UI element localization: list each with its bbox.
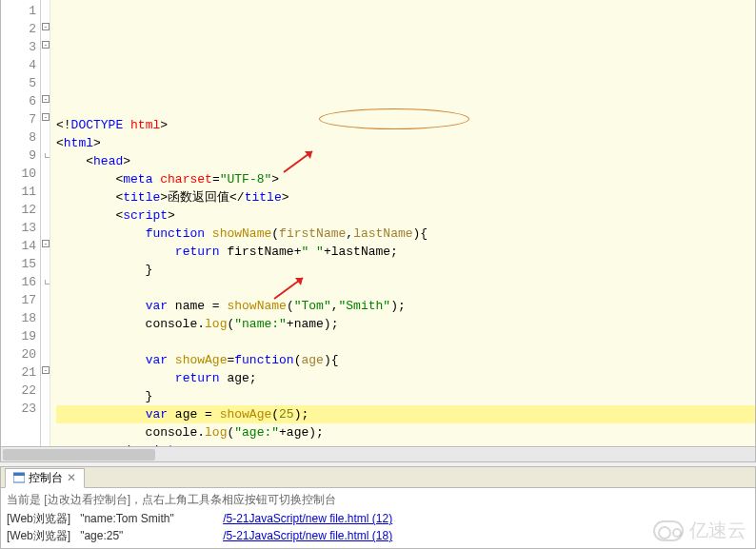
line-number: 11 [9, 183, 36, 201]
line-number: 2 [9, 20, 36, 38]
code-line[interactable] [56, 279, 755, 297]
code-line[interactable]: var age = showAge(25); [56, 405, 755, 423]
line-number: 18 [9, 309, 36, 327]
console-tabbar: 控制台 ✕ [1, 467, 755, 488]
console-icon [13, 472, 25, 483]
line-number: 20 [9, 345, 36, 363]
code-area[interactable]: <!DOCTYPE html><html> <head> <meta chars… [50, 0, 755, 446]
console-hint: 当前是 [边改边看控制台]，点右上角工具条相应按钮可切换控制台 [7, 492, 749, 508]
code-line[interactable]: </script> [56, 441, 755, 446]
console-row: [Web浏览器]"name:Tom Smith"/5-21JavaScript/… [7, 510, 749, 527]
line-number: 10 [9, 165, 36, 183]
line-number: 13 [9, 219, 36, 237]
console-source: [Web浏览器] [7, 528, 70, 544]
line-number: 22 [9, 382, 36, 400]
code-line[interactable]: console.log("age:"+age); [56, 423, 755, 441]
horizontal-scrollbar[interactable] [0, 447, 756, 462]
line-number: 9 [9, 147, 36, 165]
line-number: 7 [9, 110, 36, 128]
fold-toggle[interactable]: - [42, 95, 50, 103]
line-number: 21 [9, 363, 36, 382]
console-panel: 控制台 ✕ 当前是 [边改边看控制台]，点右上角工具条相应按钮可切换控制台 [W… [0, 466, 756, 549]
fold-toggle[interactable]: - [42, 113, 50, 121]
code-line[interactable]: <script> [56, 206, 755, 225]
code-line[interactable]: return firstName+" "+lastName; [56, 243, 755, 261]
fold-end-marker [45, 280, 50, 284]
line-number: 14 [9, 237, 36, 255]
console-body[interactable]: 当前是 [边改边看控制台]，点右上角工具条相应按钮可切换控制台 [Web浏览器]… [1, 488, 755, 548]
code-line[interactable]: var name = showName("Tom","Smith"); [56, 297, 755, 315]
code-line[interactable]: console.log("name:"+name); [56, 315, 755, 333]
fold-toggle[interactable]: - [42, 240, 50, 247]
line-number: 15 [9, 255, 36, 273]
line-number: 4 [9, 56, 36, 74]
fold-end-marker [45, 153, 50, 158]
console-source: [Web浏览器] [7, 511, 70, 527]
scrollbar-thumb[interactable] [3, 449, 155, 461]
code-line[interactable]: } [56, 261, 755, 279]
console-row: [Web浏览器]"age:25"/5-21JavaScript/new file… [7, 527, 749, 544]
code-line[interactable]: <meta charset="UTF-8"> [56, 170, 755, 188]
console-tab[interactable]: 控制台 ✕ [5, 468, 85, 488]
code-line[interactable]: <!DOCTYPE html> [56, 116, 755, 134]
fold-toggle[interactable]: - [42, 23, 50, 30]
console-message: "name:Tom Smith" [80, 512, 213, 525]
console-message: "age:25" [80, 529, 213, 542]
console-source-link[interactable]: /5-21JavaScript/new file.html (12) [223, 512, 392, 525]
line-number: 19 [9, 327, 36, 345]
console-rows: [Web浏览器]"name:Tom Smith"/5-21JavaScript/… [7, 510, 749, 544]
line-number: 6 [9, 92, 36, 110]
code-line[interactable]: } [56, 387, 755, 405]
line-number-gutter: 1234567891011121314151617181920212223 [1, 0, 41, 446]
fold-toggle[interactable]: - [42, 366, 50, 374]
line-number: 8 [9, 128, 36, 147]
code-line[interactable] [56, 333, 755, 351]
line-number: 16 [9, 273, 36, 291]
line-number: 17 [9, 291, 36, 309]
code-line[interactable]: var showAge=function(age){ [56, 351, 755, 369]
svg-rect-5 [13, 473, 25, 476]
line-number: 12 [9, 201, 36, 219]
code-line[interactable]: function showName(firstName,lastName){ [56, 225, 755, 243]
code-line[interactable]: <head> [56, 152, 755, 170]
line-number: 23 [9, 400, 36, 418]
fold-gutter[interactable]: ------ [41, 0, 50, 446]
code-line[interactable]: return age; [56, 369, 755, 387]
code-editor[interactable]: 1234567891011121314151617181920212223 --… [0, 0, 756, 447]
line-number: 1 [9, 2, 36, 20]
line-number: 3 [9, 38, 36, 56]
console-tab-label: 控制台 [29, 470, 63, 486]
code-line[interactable]: <html> [56, 134, 755, 152]
fold-toggle[interactable]: - [42, 41, 50, 49]
code-line[interactable]: <title>函数返回值</title> [56, 188, 755, 206]
line-number: 5 [9, 74, 36, 92]
console-source-link[interactable]: /5-21JavaScript/new file.html (18) [223, 529, 392, 542]
close-icon[interactable]: ✕ [67, 471, 76, 484]
